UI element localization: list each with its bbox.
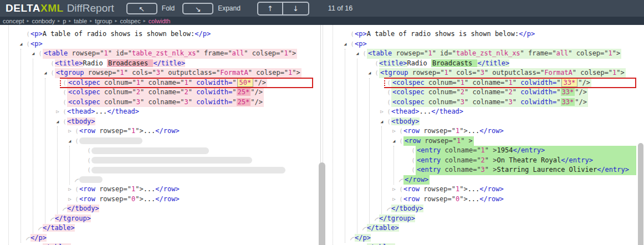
xml-line: <colspec colnum="3" colname="3" colwidth… <box>391 98 588 108</box>
xml-token: "/> <box>254 79 266 86</box>
xml-token: " colsep=" <box>248 69 288 76</box>
collapse-toggle-icon[interactable]: ◢ <box>17 39 25 49</box>
fold-mark: ( <box>411 156 416 166</box>
expand-toggle-icon[interactable]: ▷ <box>390 195 398 205</box>
xml-token: <row <box>79 195 95 203</box>
xml-line: <row rowsep="1">...</row> <box>79 126 180 136</box>
collapse-toggle-icon[interactable]: ◢ <box>390 136 398 146</box>
fold-button[interactable]: ↖ <box>126 3 157 14</box>
xml-token: 1954 <box>497 146 513 154</box>
expander-spacer <box>53 78 62 88</box>
previous-change-button[interactable]: ↑ <box>258 3 283 14</box>
xml-token: 2 <box>185 88 188 96</box>
xml-row: ◢(<p> <box>323 39 644 49</box>
expand-button[interactable]: ↘ <box>182 3 213 14</box>
xml-row: ▷(<row rowsep="1">...</row> <box>0 126 320 136</box>
xml-token: </thead> <box>431 108 463 115</box>
fold-mark: ( <box>62 117 67 127</box>
expand-toggle-icon[interactable]: ▷ <box>53 107 62 117</box>
xml-token: <p> <box>30 30 43 38</box>
collapse-toggle-icon[interactable]: ◢ <box>353 49 362 59</box>
breadcrumb-item-p[interactable]: p <box>63 18 66 24</box>
expander-spacer <box>78 165 86 175</box>
left-pane[interactable]: (<p>A table of radio shows is shown belo… <box>0 25 321 245</box>
xml-line: <table rowsep="1" id="table_zst_nlk_xs" … <box>43 49 297 59</box>
xml-line: </p> <box>30 233 47 243</box>
xml-token: </row> <box>155 195 179 203</box>
fold-button-label: Fold <box>162 4 175 12</box>
folded-content-placeholder <box>79 176 103 183</box>
fold-mark: ( <box>411 146 416 156</box>
expand-toggle-icon[interactable]: ▷ <box>65 126 74 136</box>
expander-spacer <box>341 29 350 39</box>
xml-token: rowsep=" <box>420 127 456 135</box>
collapse-toggle-icon[interactable]: ◢ <box>41 68 50 78</box>
right-pane-scrollbar-thumb[interactable] <box>638 143 643 245</box>
xml-token: ... <box>144 185 156 193</box>
breadcrumb-item-colwidth[interactable]: colwidth <box>149 18 171 24</box>
fold-mark: ( <box>62 78 67 88</box>
xml-token: </row> <box>479 127 503 135</box>
xml-row: ◢(<tgroup rowsep="1" cols="3" outputclas… <box>323 68 644 78</box>
xml-token: </tbody> <box>391 205 423 212</box>
xml-token: Radio <box>407 59 431 67</box>
xml-token: " <box>232 88 236 96</box>
xml-token: ... <box>144 195 156 203</box>
collapse-toggle-icon[interactable]: ◢ <box>341 39 350 49</box>
next-change-button[interactable]: ↓ <box>283 3 308 14</box>
xml-row: (<title>Radio Broadcases </title> <box>0 59 320 69</box>
right-pane[interactable]: (<p>A table of radio shows is shown belo… <box>323 25 644 245</box>
xml-token: 3 <box>185 98 188 106</box>
fold-mark: ( <box>362 49 367 59</box>
xml-line: <row rowsep="1">...</row> <box>403 185 504 195</box>
xml-token: rowsep=" <box>95 185 131 193</box>
breadcrumb-item-table[interactable]: table <box>74 18 87 24</box>
collapse-toggle-icon[interactable]: ◢ <box>65 136 74 146</box>
xml-token: 3 <box>136 98 140 106</box>
fold-arrow-icon: ↖ <box>139 5 145 13</box>
expander-spacer <box>402 146 411 156</box>
breadcrumb-item-concept[interactable]: concept <box>3 18 24 24</box>
collapse-toggle-icon[interactable]: ◢ <box>29 49 38 59</box>
expand-toggle-icon[interactable]: ▷ <box>377 107 386 117</box>
xml-token: colname=" <box>441 156 481 164</box>
xml-line <box>91 165 287 175</box>
xml-token: 3 <box>156 69 160 76</box>
xml-token: " <box>513 98 520 106</box>
xml-token: <p> <box>30 40 43 48</box>
xml-token: <entry <box>417 156 441 164</box>
xml-token: " colname=" <box>464 98 508 106</box>
fold-mark: ( <box>350 29 355 39</box>
xml-token: colwidth= <box>196 88 232 96</box>
xml-token: colnum=" <box>425 79 461 86</box>
xml-token: <row <box>79 185 95 193</box>
xml-row: (<entry colname="1" >1954</entry> <box>323 146 644 156</box>
indent-guide <box>57 126 58 214</box>
xml-line: <colspec colnum="3" colname="3" colwidth… <box>67 98 264 108</box>
collapse-toggle-icon[interactable]: ◢ <box>377 117 386 127</box>
expand-toggle-icon[interactable]: ▷ <box>65 185 74 195</box>
expand-toggle-icon[interactable]: ▷ <box>390 185 398 195</box>
breadcrumb-item-conbody[interactable]: conbody <box>32 18 55 24</box>
folded-content-placeholder <box>91 157 252 164</box>
xml-token: " <box>232 98 236 106</box>
expander-spacer <box>377 78 386 88</box>
xml-token: 33* <box>561 98 575 106</box>
left-pane-scrollbar-thumb[interactable] <box>319 162 325 245</box>
expand-toggle-icon[interactable]: ▷ <box>65 195 74 205</box>
xml-token: " colsep=" <box>573 69 612 76</box>
xml-token: 2 <box>136 88 140 96</box>
xml-row: (</tbody> <box>0 204 320 214</box>
expand-toggle-icon[interactable]: ▷ <box>390 126 398 136</box>
breadcrumb-item-tgroup[interactable]: tgroup <box>95 18 112 24</box>
expander-spacer <box>402 165 411 175</box>
xml-row: ▷(<row rowsep="0">...</row> <box>0 195 320 205</box>
xml-token: rowsep=" <box>95 195 131 203</box>
breadcrumb-item-colspec[interactable]: colspec <box>120 18 140 24</box>
xml-token: <colspec <box>392 79 425 86</box>
expander-spacer <box>78 156 86 166</box>
collapse-toggle-icon[interactable]: ◢ <box>53 117 62 127</box>
collapse-toggle-icon[interactable]: ◢ <box>365 68 374 78</box>
xml-token: rowsep=" <box>84 69 120 76</box>
xml-line: <thead>...</thead> <box>391 107 463 117</box>
